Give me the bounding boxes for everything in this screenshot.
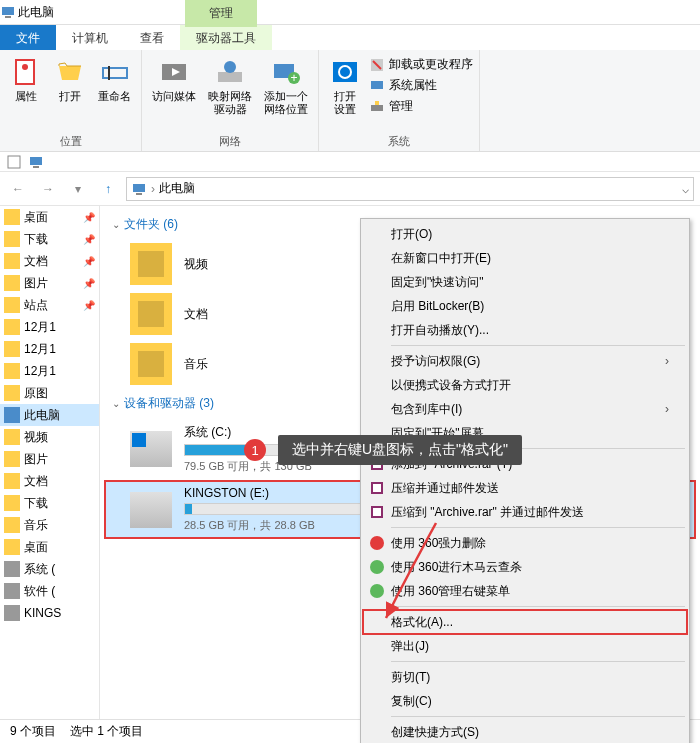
context-menu-item[interactable]: 弹出(J) (363, 634, 687, 658)
folder-icon (4, 385, 20, 401)
sidebar-item-label: 下载 (24, 231, 48, 248)
system-properties-button[interactable]: 系统属性 (369, 77, 473, 94)
context-menu-item[interactable]: 打开自动播放(Y)... (363, 318, 687, 342)
context-menu-label: 剪切(T) (391, 669, 430, 686)
sidebar-item-label: 桌面 (24, 209, 48, 226)
rename-icon (99, 56, 131, 88)
tab-drive-tools[interactable]: 驱动器工具 (180, 25, 272, 50)
sidebar-item[interactable]: 下载📌 (0, 228, 99, 250)
sidebar-item[interactable]: 视频 (0, 426, 99, 448)
context-menu-item[interactable]: 授予访问权限(G)› (363, 349, 687, 373)
context-menu-item[interactable]: 剪切(T) (363, 665, 687, 689)
sidebar-item[interactable]: 图片📌 (0, 272, 99, 294)
svg-rect-19 (375, 101, 379, 105)
open-button[interactable]: 打开 (50, 54, 90, 105)
tab-file[interactable]: 文件 (0, 25, 56, 50)
sidebar-item[interactable]: 音乐 (0, 514, 99, 536)
navigation-pane[interactable]: 桌面📌下载📌文档📌图片📌站点📌12月112月112月1原图此电脑视频图片文档下载… (0, 206, 100, 719)
map-drive-button[interactable]: 映射网络 驱动器 (204, 54, 256, 118)
rename-button[interactable]: 重命名 (94, 54, 135, 105)
sidebar-item[interactable]: 桌面📌 (0, 206, 99, 228)
sidebar-item[interactable]: 此电脑 (0, 404, 99, 426)
folder-icon (4, 495, 20, 511)
folder-icon (4, 209, 20, 225)
context-menu-item[interactable]: 创建快捷方式(S) (363, 720, 687, 743)
manage-icon (369, 99, 385, 115)
sidebar-item[interactable]: 下载 (0, 492, 99, 514)
sidebar-item-label: 图片 (24, 451, 48, 468)
back-button[interactable]: ← (6, 177, 30, 201)
chevron-down-icon[interactable]: ⌵ (682, 182, 689, 196)
address-bar[interactable]: › 此电脑 ⌵ (126, 177, 694, 201)
sidebar-item[interactable]: 软件 ( (0, 580, 99, 602)
context-menu-label: 授予访问权限(G) (391, 353, 480, 370)
uninstall-icon (369, 57, 385, 73)
context-menu-label: 压缩并通过邮件发送 (391, 480, 499, 497)
sidebar-item-label: 音乐 (24, 517, 48, 534)
annotation-callout: 1 选中并右键U盘图标，点击"格式化" (244, 435, 522, 465)
manage-button[interactable]: 管理 (369, 98, 473, 115)
context-menu-item[interactable]: 启用 BitLocker(B) (363, 294, 687, 318)
tab-computer[interactable]: 计算机 (56, 25, 124, 50)
folder-icon (4, 473, 20, 489)
context-menu-label: 创建快捷方式(S) (391, 724, 479, 741)
context-menu-item[interactable]: 固定到"快速访问" (363, 270, 687, 294)
history-dropdown[interactable]: ▾ (66, 177, 90, 201)
pin-icon: 📌 (83, 234, 95, 245)
properties-button[interactable]: 属性 (6, 54, 46, 105)
rar-icon (369, 480, 385, 496)
context-menu-separator (391, 716, 685, 717)
drive-icon (4, 605, 20, 621)
folder-icon (4, 275, 20, 291)
add-location-button[interactable]: + 添加一个 网络位置 (260, 54, 312, 118)
sidebar-item-label: 图片 (24, 275, 48, 292)
annotation-text: 选中并右键U盘图标，点击"格式化" (278, 435, 522, 465)
context-menu-item[interactable]: 以便携式设备方式打开 (363, 373, 687, 397)
context-menu-item[interactable]: 在新窗口中打开(E) (363, 246, 687, 270)
svg-rect-22 (33, 166, 39, 168)
context-menu-label: 打开(O) (391, 226, 432, 243)
ribbon-group-position: 属性 打开 重命名 位置 (0, 50, 142, 151)
sidebar-item[interactable]: 图片 (0, 448, 99, 470)
ribbon-group-network: 访问媒体 映射网络 驱动器 + 添加一个 网络位置 网络 (142, 50, 319, 151)
sidebar-item-label: KINGS (24, 606, 61, 620)
context-menu-item[interactable]: 打开(O) (363, 222, 687, 246)
sidebar-item[interactable]: 12月1 (0, 316, 99, 338)
sidebar-item-label: 文档 (24, 253, 48, 270)
sidebar-item[interactable]: 12月1 (0, 360, 99, 382)
context-menu-item[interactable]: 复制(C) (363, 689, 687, 713)
checkbox-icon[interactable] (6, 154, 22, 170)
forward-button[interactable]: → (36, 177, 60, 201)
context-menu-item[interactable]: 包含到库中(I)› (363, 397, 687, 421)
svg-rect-21 (30, 157, 42, 165)
pin-icon: 📌 (83, 256, 95, 267)
access-media-button[interactable]: 访问媒体 (148, 54, 200, 105)
sidebar-item[interactable]: 文档 (0, 470, 99, 492)
pc-icon (4, 407, 20, 423)
folder-name: 文档 (184, 306, 208, 323)
sidebar-item[interactable]: KINGS (0, 602, 99, 624)
sidebar-item[interactable]: 文档📌 (0, 250, 99, 272)
manage-contextual-tab[interactable]: 管理 (185, 0, 257, 27)
address-path: 此电脑 (159, 180, 195, 197)
status-item-count: 9 个项目 (10, 723, 56, 740)
open-settings-button[interactable]: 打开 设置 (325, 54, 365, 118)
uninstall-programs-button[interactable]: 卸载或更改程序 (369, 56, 473, 73)
folder-icon (130, 293, 172, 335)
folder-icon (4, 231, 20, 247)
sidebar-item[interactable]: 12月1 (0, 338, 99, 360)
annotation-badge: 1 (244, 439, 266, 461)
context-menu: 打开(O)在新窗口中打开(E)固定到"快速访问"启用 BitLocker(B)打… (360, 218, 690, 743)
tab-view[interactable]: 查看 (124, 25, 180, 50)
pc-icon[interactable] (28, 154, 44, 170)
sidebar-item[interactable]: 站点📌 (0, 294, 99, 316)
svg-point-3 (22, 64, 28, 70)
sidebar-item[interactable]: 原图 (0, 382, 99, 404)
up-button[interactable]: ↑ (96, 177, 120, 201)
context-menu-item[interactable]: 压缩并通过邮件发送 (363, 476, 687, 500)
settings-icon (329, 56, 361, 88)
sidebar-item[interactable]: 系统 ( (0, 558, 99, 580)
chevron-down-icon: ⌄ (112, 219, 120, 230)
sidebar-item-label: 此电脑 (24, 407, 60, 424)
sidebar-item[interactable]: 桌面 (0, 536, 99, 558)
